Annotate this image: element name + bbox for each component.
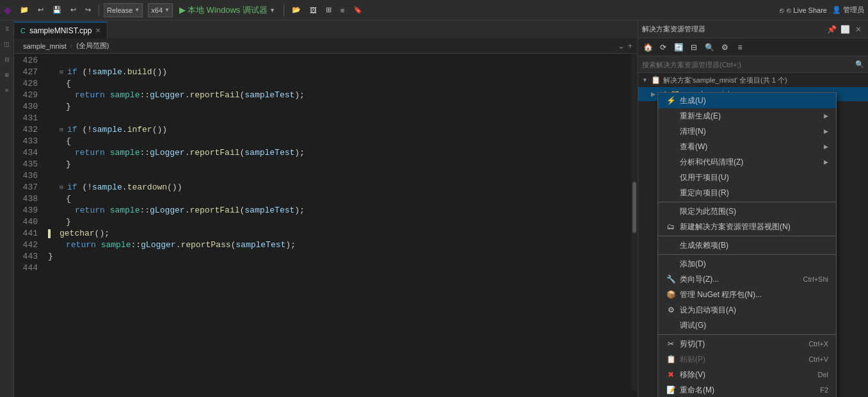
panel-maximize-icon[interactable]: ⬜: [839, 24, 851, 35]
rebuild-sub-arrow-icon: ▶: [824, 113, 828, 119]
live-share-button[interactable]: ⎋ ⎋ Live Share: [780, 6, 827, 14]
ctx-sep1: [658, 202, 836, 202]
collapse-432-icon[interactable]: ⊟: [57, 126, 66, 134]
panel-sync-icon[interactable]: ⟳: [656, 40, 670, 54]
arch-dropdown[interactable]: x64 ▼: [148, 3, 173, 17]
ctx-project-only-label: 仅用于项目(U): [680, 172, 729, 183]
menu-save[interactable]: 💾: [49, 4, 65, 15]
class-wizard-icon: 🔧: [666, 275, 676, 284]
run-debugger-button[interactable]: ▶ 本地 Windows 调试器 ▼: [175, 3, 279, 17]
code-line-438: {: [48, 193, 626, 205]
format-icon-btn[interactable]: ≡: [337, 5, 348, 15]
ctx-item-add[interactable]: 添加(D): [658, 256, 836, 271]
code-line-444: [48, 263, 626, 274]
collapse-427-icon[interactable]: ⊟: [57, 68, 66, 77]
sidebar-icon-2[interactable]: ◫: [1, 38, 13, 50]
ctx-item-scope[interactable]: 限定为此范围(S): [658, 204, 836, 219]
tab-close-icon[interactable]: ✕: [95, 27, 100, 34]
ctx-item-clean-left: 清理(N): [666, 126, 706, 137]
ctx-item-debug[interactable]: 调试(G): [658, 318, 836, 333]
sidebar-icon-1[interactable]: ⧖: [1, 23, 13, 35]
panel-pin-icon[interactable]: 📌: [826, 24, 837, 35]
ctx-item-rename[interactable]: 📝 重命名(M) F2: [658, 382, 836, 397]
ctx-item-analyze[interactable]: 分析和代码清理(Z) ▶: [658, 154, 836, 170]
line-numbers: 426 427 428 429 430 431 432 433 434 435 …: [14, 54, 43, 391]
panel-settings-icon[interactable]: ⚙: [718, 40, 732, 54]
code-line-439: return sample :: gLogger . reportFail ( …: [48, 205, 626, 216]
panel-home-icon[interactable]: 🏠: [641, 40, 655, 54]
menu-undo[interactable]: ↩: [67, 4, 79, 15]
ctx-item-build[interactable]: ⚡ 生成(U): [658, 93, 836, 108]
folder-icon-btn[interactable]: 📂: [289, 4, 304, 15]
tab-samplemnist[interactable]: C sampleMNIST.cpp ✕: [14, 22, 108, 38]
table-icon-btn[interactable]: ⊞: [323, 4, 335, 15]
ctx-item-new-view-left: 🗂 新建解决方案资源管理器视图(N): [666, 222, 791, 232]
image-icon-btn[interactable]: 🖼: [307, 5, 320, 15]
panel-filter-icon[interactable]: 🔍: [702, 40, 716, 54]
ctx-item-retarget[interactable]: 重定向项目(R): [658, 185, 836, 200]
breadcrumb-scope[interactable]: (全局范围): [72, 41, 113, 51]
ctx-item-clean[interactable]: 清理(N) ▶: [658, 124, 836, 139]
clean-sub-arrow-icon: ▶: [824, 128, 828, 134]
config-arrow-icon: ▼: [134, 7, 140, 13]
bookmark-icon-btn[interactable]: 🔖: [350, 4, 366, 15]
ctx-item-cut[interactable]: ✂ 剪切(T) Ctrl+X: [658, 336, 836, 352]
project-expand-icon: ▶: [651, 91, 657, 97]
editor-scrollbar[interactable]: [631, 54, 638, 391]
ctx-item-class-wizard[interactable]: 🔧 类向导(Z)... Ctrl+Shi: [658, 271, 836, 287]
ctx-item-rebuild[interactable]: 重新生成(E) ▶: [658, 108, 836, 124]
collapse-437-icon[interactable]: ⊟: [57, 183, 66, 192]
code-line-426: [48, 55, 626, 67]
remove-shortcut: Del: [817, 371, 828, 378]
ctx-scope-label: 限定为此范围(S): [680, 206, 736, 217]
separator2: [284, 4, 284, 16]
ctx-item-new-view[interactable]: 🗂 新建解决方案资源管理器视图(N): [658, 219, 836, 234]
ctx-item-project-only[interactable]: 仅用于项目(U): [658, 170, 836, 185]
code-line-443: }: [48, 251, 626, 263]
ctx-sep3: [658, 254, 836, 255]
panel-refresh-icon[interactable]: 🔄: [671, 40, 686, 54]
menu-file[interactable]: 📁: [17, 4, 32, 15]
vs-logo-icon: ◆: [4, 4, 12, 16]
code-line-433: {: [48, 136, 626, 147]
sidebar-icon-3[interactable]: ⊟: [1, 54, 13, 65]
ctx-item-cut-left: ✂ 剪切(T): [666, 339, 705, 350]
nuget-icon: 📦: [666, 290, 676, 299]
ctx-item-paste[interactable]: 📋 粘贴(P) Ctrl+V: [658, 352, 836, 367]
panel-view-icon[interactable]: ≡: [733, 40, 747, 54]
live-share-label: ⎋ Live Share: [787, 6, 827, 14]
keyword-if: if: [67, 67, 77, 78]
breadcrumb-file[interactable]: sample_mnist: [19, 42, 70, 50]
menu-redo[interactable]: ↪: [82, 4, 94, 15]
ctx-item-remove[interactable]: ✖ 移除(V) Del: [658, 367, 836, 382]
solution-root-item[interactable]: ▼ 📋 解决方案'sample_mnist' 全项目(共 1 个): [638, 73, 868, 87]
breadcrumb-expand-icon[interactable]: ⌄: [618, 41, 625, 51]
ctx-item-set-startup[interactable]: ⚙ 设为启动项目(A): [658, 302, 836, 318]
panel-close-icon[interactable]: ✕: [853, 24, 864, 35]
config-label: Release: [107, 6, 133, 14]
ctx-item-rename-left: 📝 重命名(M): [666, 385, 714, 396]
code-line-434: return sample :: gLogger . reportFail ( …: [48, 147, 626, 159]
ctx-item-add-left: 添加(D): [666, 259, 706, 270]
ctx-item-view[interactable]: 查看(W) ▶: [658, 139, 836, 154]
admin-button[interactable]: 👤 管理员: [832, 5, 864, 15]
ctx-build-label: 生成(U): [680, 95, 706, 106]
main-area: ⧖ ◫ ⊟ ⊕ ≡ C sampleMNIST.cpp ✕ sample_mni…: [0, 20, 868, 397]
breadcrumb-add-icon[interactable]: +: [627, 41, 632, 51]
ctx-view-label: 查看(W): [680, 142, 707, 152]
paste-shortcut: Ctrl+V: [808, 355, 828, 363]
solution-explorer-panel: 解决方案资源管理器 📌 ⬜ ✕ 🏠 ⟳ 🔄 ⊟ 🔍 ⚙ ≡ 🔍 ▼: [638, 20, 868, 397]
menu-edit[interactable]: ↩: [35, 4, 47, 15]
sidebar-icon-4[interactable]: ⊕: [1, 69, 13, 81]
ctx-item-nuget[interactable]: 📦 管理 NuGet 程序包(N)...: [658, 287, 836, 302]
line-marker-441: [48, 229, 51, 238]
panel-collapse-icon[interactable]: ⊟: [687, 40, 701, 54]
search-input[interactable]: [642, 61, 855, 69]
sidebar-icon-5[interactable]: ≡: [1, 85, 13, 96]
config-dropdown[interactable]: Release ▼: [104, 3, 143, 17]
view-sub-arrow-icon: ▶: [824, 143, 828, 150]
code-line-430: }: [48, 101, 626, 113]
scrollbar-thumb[interactable]: [632, 182, 636, 233]
ctx-item-nuget-left: 📦 管理 NuGet 程序包(N)...: [666, 289, 762, 300]
ctx-item-build-deps[interactable]: 生成依赖项(B): [658, 238, 836, 253]
